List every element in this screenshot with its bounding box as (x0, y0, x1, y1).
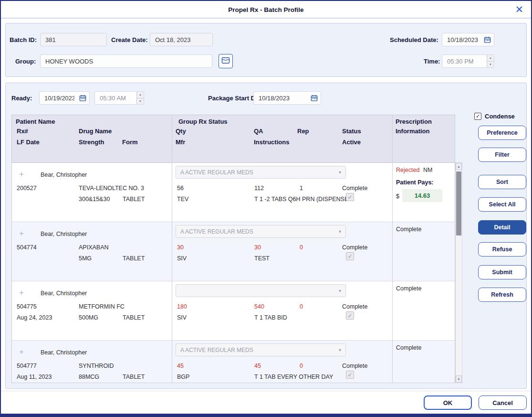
col-header-prescription: Prescription (396, 118, 432, 125)
ready-time-stepper[interactable]: ▲ ▼ (136, 92, 144, 104)
select-all-button[interactable]: Select All (478, 197, 526, 212)
rejected-status: Rejected (396, 167, 419, 173)
scroll-down-icon[interactable]: ▼ (456, 375, 462, 383)
sort-button[interactable]: Sort (478, 175, 526, 189)
patient-name: Bear, Christopher (41, 349, 87, 356)
ready-time-field[interactable]: ▲ ▼ (94, 91, 144, 105)
time-field[interactable]: ▲ ▼ (442, 54, 494, 68)
chevron-down-icon: ▾ (339, 229, 341, 234)
scrollbar-thumb[interactable] (456, 171, 461, 235)
time-label: Time: (424, 58, 440, 65)
scheduled-date-input[interactable] (442, 36, 484, 43)
cancel-button[interactable]: Cancel (479, 396, 527, 410)
refresh-button[interactable]: Refresh (478, 288, 526, 302)
group-rx-status-value: A ACTIVE REGULAR MEDS (180, 228, 253, 235)
calendar-icon[interactable] (484, 36, 491, 43)
stepper-up-icon[interactable]: ▲ (137, 92, 144, 98)
batch-profile-window: Propel Rx - Batch Profile ✕ Batch ID: Cr… (0, 0, 532, 417)
scheduled-date-field[interactable] (442, 33, 494, 46)
qa-value: 45 (254, 363, 261, 369)
drug-form: TABLET (123, 374, 145, 380)
group-rx-status-dropdown[interactable]: ▾ (176, 284, 346, 297)
ready-time-input[interactable] (95, 95, 136, 102)
drug-strength: 500MG (79, 314, 98, 321)
create-date-field[interactable] (150, 33, 213, 46)
condense-checkbox[interactable]: ✓ (474, 113, 481, 120)
close-icon[interactable]: ✕ (515, 3, 523, 16)
mfr-value: SIV (177, 314, 187, 321)
stepper-up-icon[interactable]: ▲ (487, 55, 494, 62)
qty-value: 30 (177, 244, 184, 251)
table-row[interactable]: + Bear, Christopher 504774 APIXABAN 5MG … (12, 222, 455, 281)
group-field[interactable] (40, 54, 212, 68)
active-checkbox[interactable]: ✓ (346, 252, 354, 260)
col-header-patient-name: Patient Name (16, 118, 55, 125)
col-header-drug-name: Drug Name (79, 128, 112, 135)
stepper-down-icon[interactable]: ▼ (487, 62, 494, 68)
time-stepper[interactable]: ▲ ▼ (487, 55, 494, 67)
qa-value: 30 (254, 244, 261, 251)
expand-plus-icon[interactable]: + (19, 347, 24, 357)
detail-button[interactable]: Detail (478, 220, 526, 235)
titlebar: Propel Rx - Batch Profile ✕ (1, 1, 531, 19)
refuse-button[interactable]: Refuse (478, 242, 526, 257)
column-divider (392, 115, 393, 383)
group-rx-status-dropdown[interactable]: A ACTIVE REGULAR MEDS ▾ (176, 225, 346, 238)
batch-id-input[interactable] (41, 36, 106, 43)
status-value: Complete (342, 185, 368, 192)
rep-value: 1 (300, 185, 303, 192)
ready-date-input[interactable] (40, 95, 79, 102)
group-rx-status-dropdown[interactable]: A ACTIVE REGULAR MEDS ▾ (176, 343, 346, 356)
qty-value: 45 (177, 363, 184, 369)
scroll-up-icon[interactable]: ▲ (456, 163, 462, 170)
package-start-date-input[interactable] (254, 95, 311, 102)
prescription-info-status: Complete (396, 344, 422, 351)
rx-number: 504777 (17, 363, 37, 369)
drug-strength: 300&15&30 (79, 196, 110, 203)
calendar-icon[interactable] (311, 95, 318, 102)
prescription-info-status: Complete (396, 226, 422, 233)
expand-plus-icon[interactable]: + (19, 288, 24, 298)
create-date-label: Create Date: (111, 36, 148, 43)
filter-button[interactable]: Filter (478, 148, 526, 162)
table-row[interactable]: + Bear, Christopher 200527 TEVA-LENOLTEC… (12, 163, 455, 222)
intervention-code: NM (423, 167, 432, 173)
table-row[interactable]: + Bear, Christopher 504777 Aug 11, 2023 … (12, 341, 455, 383)
patient-name: Bear, Christopher (41, 171, 87, 178)
col-header-strength: Strength (79, 139, 104, 146)
create-date-input[interactable] (150, 36, 212, 43)
footer: OK Cancel (1, 391, 531, 414)
ok-button[interactable]: OK (424, 396, 472, 410)
col-header-active: Active (342, 139, 361, 146)
active-checkbox[interactable]: ✓ (346, 193, 354, 201)
col-header-form: Form (122, 139, 138, 146)
vertical-scrollbar[interactable]: ▲ ▼ (455, 162, 462, 383)
group-rx-status-dropdown[interactable]: A ACTIVE REGULAR MEDS ▾ (176, 166, 346, 179)
patient-pays-amount: 14.63 (402, 189, 442, 202)
col-header-group-rx-status: Group Rx Status (178, 118, 228, 125)
patient-name: Bear, Christopher (41, 231, 87, 237)
time-input[interactable] (442, 58, 487, 65)
group-lookup-button[interactable] (219, 54, 233, 68)
expand-plus-icon[interactable]: + (19, 229, 24, 238)
submit-button[interactable]: Submit (478, 265, 526, 279)
table-row[interactable]: + Bear, Christopher 504775 Aug 24, 2023 … (12, 281, 455, 341)
instructions-value: T 1 -2 TABS Q6H PRN (DISPENSE… (254, 196, 355, 203)
drug-form: TABLET (123, 196, 145, 203)
stepper-down-icon[interactable]: ▼ (137, 98, 144, 105)
status-value: Complete (342, 244, 368, 251)
group-rx-status-value: A ACTIVE REGULAR MEDS (180, 347, 253, 353)
card-file-icon (221, 56, 230, 66)
mfr-value: SIV (177, 255, 187, 262)
package-start-date-field[interactable] (253, 91, 321, 105)
ready-date-field[interactable] (39, 91, 90, 105)
col-header-qa: QA (254, 128, 263, 135)
condense-toggle[interactable]: ✓ Condense (474, 113, 515, 120)
batch-id-field[interactable] (40, 33, 107, 46)
calendar-icon[interactable] (79, 95, 86, 102)
active-checkbox[interactable]: ✓ (346, 371, 354, 379)
preference-button[interactable]: Preference (478, 126, 526, 140)
group-input[interactable] (41, 58, 212, 65)
expand-plus-icon[interactable]: + (19, 170, 24, 179)
active-checkbox[interactable]: ✓ (346, 311, 354, 320)
